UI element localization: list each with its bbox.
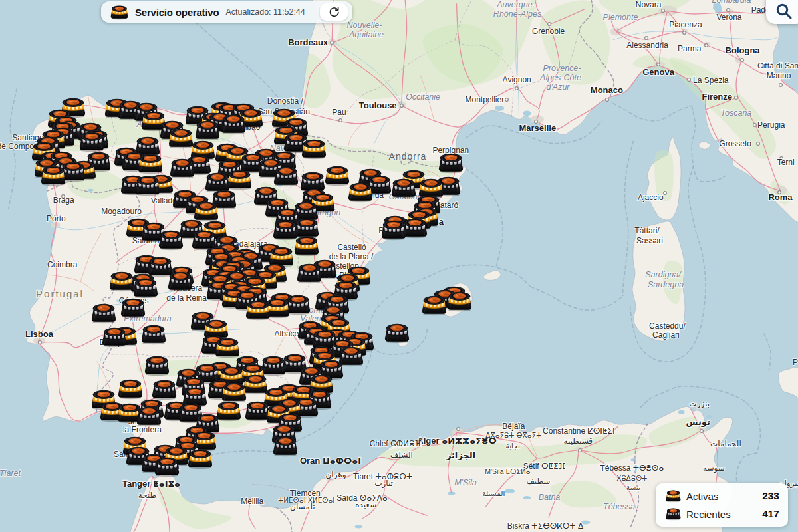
map-label: Donostia / [267, 96, 304, 106]
map-label: Rhône-Alpes [493, 9, 541, 19]
maritime-boundary [640, 394, 661, 408]
beacon-marker-active[interactable] [194, 202, 218, 222]
map-label: Genova [642, 67, 674, 77]
map-label: Firenze [702, 92, 732, 102]
stats-value-recent: 417 [762, 508, 779, 520]
beacon-marker-active[interactable] [222, 383, 246, 403]
map-label: Casteddu/ [649, 321, 686, 331]
beacon-marker-active[interactable] [302, 140, 326, 160]
map-label: Alpes-Côte [539, 73, 581, 82]
map-label: بجاية [506, 442, 520, 450]
beacon-marker-recent[interactable] [245, 402, 269, 422]
beacon-marker-recent[interactable] [80, 132, 104, 152]
lake [88, 189, 94, 192]
map-label: Marino [767, 71, 791, 80]
beacon-marker-recent[interactable] [196, 121, 219, 141]
map-label: Constantine ⵇⵙⵏⵟⵉⵏ [543, 426, 614, 436]
beacon-marker-active[interactable] [325, 166, 349, 186]
map-label: بنزرت [689, 399, 710, 409]
map-label: تبسة [626, 483, 640, 491]
map-label: طنجة [138, 491, 156, 500]
city-dot [39, 341, 42, 344]
map-label: Verona [716, 13, 741, 22]
beacon-marker-active[interactable] [215, 338, 239, 358]
map-canvas[interactable]: BordeauxToulousePauMontpellierAvignonGre… [0, 0, 798, 532]
maritime-boundary [613, 103, 692, 120]
beacon-marker-recent[interactable] [274, 167, 298, 187]
map-label: Tàttari/ [634, 226, 660, 235]
city-dot [662, 9, 665, 13]
city-dot [331, 41, 334, 45]
lake [523, 110, 531, 116]
beacon-marker-recent[interactable] [192, 231, 216, 251]
city-dot [727, 9, 730, 12]
beacon-marker-active[interactable] [422, 296, 446, 316]
beacon-marker-active[interactable] [295, 237, 319, 257]
maritime-boundary [623, 141, 634, 296]
search-button[interactable] [766, 0, 798, 24]
beacon-marker-recent[interactable] [102, 328, 126, 348]
beacon-marker-recent[interactable] [170, 159, 194, 179]
beacon-marker-active[interactable] [169, 129, 193, 149]
map-label: سوسة [703, 464, 725, 473]
refresh-button[interactable] [320, 3, 348, 21]
beacon-marker-active[interactable] [227, 170, 251, 190]
beacon-marker-recent[interactable] [155, 458, 179, 477]
beacon-marker-recent[interactable] [273, 437, 297, 457]
map-label: تلمسان [290, 502, 315, 511]
map-label: Marseille [519, 123, 556, 133]
beacon-marker-active[interactable] [246, 301, 270, 321]
beacon-marker-recent[interactable] [152, 380, 176, 400]
beacon-marker-active[interactable] [348, 183, 372, 203]
beacon-marker-recent[interactable] [159, 231, 183, 251]
beacon-recent-icon [666, 507, 681, 521]
beacon-marker-recent[interactable] [382, 221, 406, 241]
map-label: Aquitaine [348, 30, 384, 39]
beacon-marker-recent[interactable] [134, 279, 158, 299]
refresh-icon [329, 7, 340, 18]
beacon-marker-active[interactable] [448, 292, 471, 312]
beacon-marker-recent[interactable] [92, 304, 116, 324]
beacon-marker-active[interactable] [41, 166, 65, 186]
beacon-marker-recent[interactable] [295, 219, 319, 239]
beacon-marker-recent[interactable] [168, 272, 192, 292]
map-label: Perpignan [432, 146, 469, 155]
map-label: Sassari [636, 236, 663, 245]
beacon-marker-recent[interactable] [439, 154, 463, 174]
map-label: Piacenza [669, 20, 702, 29]
beacon-marker-recent[interactable] [286, 295, 310, 315]
beacon-marker-recent[interactable] [145, 356, 169, 376]
beacon-marker-recent[interactable] [403, 219, 427, 239]
beacon-marker-recent[interactable] [221, 115, 245, 135]
beacon-marker-recent[interactable] [205, 173, 229, 193]
map-label: Batna [539, 493, 561, 502]
maritime-boundary [461, 166, 503, 267]
beacon-marker-active[interactable] [188, 450, 212, 469]
map-label: الحمامات [710, 439, 741, 448]
beacon-marker-recent[interactable] [297, 264, 321, 284]
beacon-marker-recent[interactable] [261, 356, 285, 376]
map-label: Monaco [591, 85, 623, 95]
beacon-marker-recent[interactable] [137, 407, 161, 427]
beacon-marker-recent[interactable] [385, 324, 409, 344]
city-dot [505, 98, 509, 102]
map-label: Città di San [757, 61, 798, 70]
island-sicily [779, 362, 798, 414]
beacon-marker-recent[interactable] [339, 347, 363, 367]
beacon-marker-recent[interactable] [273, 221, 297, 241]
beacon-marker-active[interactable] [138, 154, 162, 174]
city-dot [645, 37, 648, 40]
beacon-marker-active[interactable] [217, 402, 241, 422]
beacon-marker-active[interactable] [419, 179, 443, 199]
beacon-marker-recent[interactable] [121, 299, 145, 319]
beacon-marker-active[interactable] [110, 272, 134, 292]
beacon-marker-recent[interactable] [148, 257, 172, 277]
beacon-marker-active[interactable] [243, 375, 267, 395]
maritime-boundary [180, 9, 289, 111]
beacon-marker-active[interactable] [118, 380, 142, 400]
beacon-marker-recent[interactable] [136, 176, 160, 196]
beacon-marker-recent[interactable] [392, 179, 416, 199]
status-updated: Actualizado: 11:52:44 [225, 7, 305, 17]
lake [354, 525, 362, 529]
beacon-marker-recent[interactable] [142, 325, 166, 345]
